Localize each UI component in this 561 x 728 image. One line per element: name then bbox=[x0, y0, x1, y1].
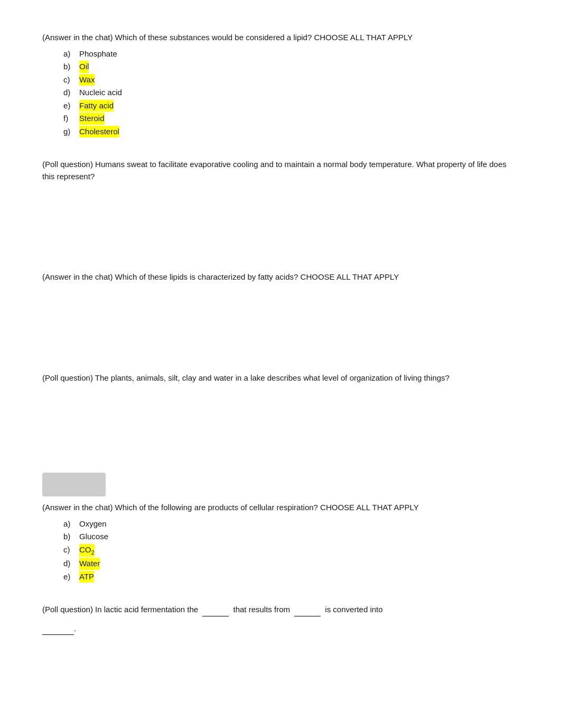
answer-label-5d: d) bbox=[63, 558, 76, 570]
answer-label-5a: a) bbox=[63, 518, 76, 530]
blank-2 bbox=[294, 604, 321, 616]
question-2-text: (Poll question) Humans sweat to facilita… bbox=[42, 159, 519, 182]
question-1-text: (Answer in the chat) Which of these subs… bbox=[42, 32, 519, 44]
question-5-text: (Answer in the chat) Which of the follow… bbox=[42, 502, 519, 514]
question-6: (Poll question) In lactic acid fermentat… bbox=[42, 604, 519, 635]
answer-label-1d: d) bbox=[63, 87, 76, 99]
answer-label-5e: e) bbox=[63, 571, 76, 583]
answer-text-5e: ATP bbox=[79, 571, 94, 583]
question-4-spacer bbox=[42, 388, 519, 451]
answer-1a: a) Phosphate bbox=[63, 48, 519, 60]
answer-label-1b: b) bbox=[63, 61, 76, 73]
answer-text-5d: Water bbox=[79, 558, 100, 570]
answer-label-1f: f) bbox=[63, 113, 76, 125]
answer-1g: g) Cholesterol bbox=[63, 126, 519, 138]
answer-5c: c) CO2 bbox=[63, 544, 519, 557]
answer-text-1c: Wax bbox=[79, 74, 95, 86]
answer-text-5c: CO2 bbox=[79, 544, 95, 557]
blank-1 bbox=[202, 604, 229, 616]
question-4-text: (Poll question) The plants, animals, sil… bbox=[42, 372, 519, 384]
answer-label-5b: b) bbox=[63, 531, 76, 543]
answer-1b: b) Oil bbox=[63, 61, 519, 73]
answer-text-1g: Cholesterol bbox=[79, 126, 119, 138]
question-3-text: (Answer in the chat) Which of these lipi… bbox=[42, 271, 519, 283]
answer-5e: e) ATP bbox=[63, 571, 519, 583]
answer-1f: f) Steroid bbox=[63, 113, 519, 125]
answer-label-5c: c) bbox=[63, 544, 76, 556]
answer-label-1c: c) bbox=[63, 74, 76, 86]
question-5: (Answer in the chat) Which of the follow… bbox=[42, 502, 519, 583]
answer-label-1a: a) bbox=[63, 48, 76, 60]
question-4: (Poll question) The plants, animals, sil… bbox=[42, 372, 519, 452]
question-3: (Answer in the chat) Which of these lipi… bbox=[42, 271, 519, 351]
question-3-spacer bbox=[42, 288, 519, 351]
question-6-text: (Poll question) In lactic acid fermentat… bbox=[42, 604, 519, 616]
question-5-answers: a) Oxygen b) Glucose c) CO2 d) Water e) … bbox=[42, 518, 519, 583]
question-1-answers: a) Phosphate b) Oil c) Wax d) Nucleic ac… bbox=[42, 48, 519, 138]
answer-1c: c) Wax bbox=[63, 74, 519, 86]
answer-text-5b: Glucose bbox=[79, 531, 108, 543]
answer-5b: b) Glucose bbox=[63, 531, 519, 543]
blank-3 bbox=[42, 623, 74, 635]
answer-label-1e: e) bbox=[63, 100, 76, 112]
answer-text-5a: Oxygen bbox=[79, 518, 107, 530]
answer-1d: d) Nucleic acid bbox=[63, 87, 519, 99]
answer-text-1d: Nucleic acid bbox=[79, 87, 122, 99]
answer-text-1a: Phosphate bbox=[79, 48, 117, 60]
answer-text-1e: Fatty acid bbox=[79, 100, 114, 112]
answer-text-1b: Oil bbox=[79, 61, 89, 73]
answer-label-1g: g) bbox=[63, 126, 76, 138]
question-2: (Poll question) Humans sweat to facilita… bbox=[42, 159, 519, 250]
question-1: (Answer in the chat) Which of these subs… bbox=[42, 32, 519, 137]
answer-5a: a) Oxygen bbox=[63, 518, 519, 530]
answer-5d: d) Water bbox=[63, 558, 519, 570]
question-2-spacer bbox=[42, 187, 519, 250]
answer-1e: e) Fatty acid bbox=[63, 100, 519, 112]
answer-text-1f: Steroid bbox=[79, 113, 105, 125]
image-placeholder bbox=[42, 473, 106, 496]
